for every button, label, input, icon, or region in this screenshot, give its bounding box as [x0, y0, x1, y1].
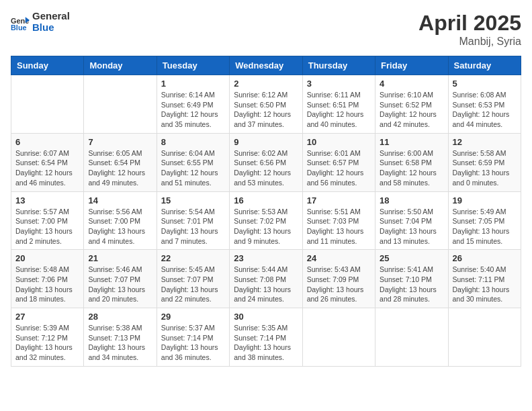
- calendar-cell: 8Sunrise: 6:04 AMSunset: 6:55 PMDaylight…: [157, 133, 229, 191]
- logo-general-text: General: [32, 11, 70, 22]
- calendar-cell: [11, 75, 84, 134]
- calendar-cell: 23Sunrise: 5:44 AMSunset: 7:08 PMDayligh…: [230, 250, 302, 308]
- logo-icon: General Blue: [11, 13, 30, 32]
- day-number: 19: [453, 195, 517, 205]
- logo-blue-text: Blue: [32, 22, 70, 34]
- page-subtitle: Manbij, Syria: [418, 36, 521, 48]
- calendar-cell: 21Sunrise: 5:46 AMSunset: 7:07 PMDayligh…: [84, 250, 157, 308]
- day-number: 20: [15, 253, 79, 263]
- day-number: 17: [307, 195, 371, 205]
- cell-content: Sunrise: 6:05 AMSunset: 6:54 PMDaylight:…: [88, 148, 152, 188]
- day-number: 15: [161, 195, 225, 205]
- day-header-monday: Monday: [84, 56, 157, 75]
- svg-text:Blue: Blue: [11, 23, 27, 31]
- calendar-cell: 22Sunrise: 5:45 AMSunset: 7:07 PMDayligh…: [157, 250, 229, 308]
- day-number: 28: [88, 312, 152, 322]
- cell-content: Sunrise: 6:02 AMSunset: 6:56 PMDaylight:…: [234, 148, 298, 188]
- logo: General Blue General Blue: [11, 11, 70, 33]
- page-header: General Blue General Blue April 2025 Man…: [11, 11, 521, 48]
- calendar-header-row: SundayMondayTuesdayWednesdayThursdayFrid…: [11, 56, 521, 75]
- cell-content: Sunrise: 6:14 AMSunset: 6:49 PMDaylight:…: [161, 90, 225, 130]
- cell-content: Sunrise: 5:35 AMSunset: 7:14 PMDaylight:…: [234, 323, 298, 363]
- cell-content: Sunrise: 6:04 AMSunset: 6:55 PMDaylight:…: [161, 148, 225, 188]
- calendar-cell: 20Sunrise: 5:48 AMSunset: 7:06 PMDayligh…: [11, 250, 84, 308]
- calendar-cell: 7Sunrise: 6:05 AMSunset: 6:54 PMDaylight…: [84, 133, 157, 191]
- day-number: 26: [453, 253, 517, 263]
- calendar-cell: 26Sunrise: 5:40 AMSunset: 7:11 PMDayligh…: [448, 250, 521, 308]
- calendar-cell: [302, 308, 375, 367]
- calendar-week-row: 6Sunrise: 6:07 AMSunset: 6:54 PMDaylight…: [11, 133, 521, 191]
- cell-content: Sunrise: 5:45 AMSunset: 7:07 PMDaylight:…: [161, 265, 225, 304]
- day-header-saturday: Saturday: [448, 56, 521, 75]
- day-number: 13: [15, 195, 79, 205]
- calendar-cell: 3Sunrise: 6:11 AMSunset: 6:51 PMDaylight…: [302, 75, 375, 134]
- cell-content: Sunrise: 6:12 AMSunset: 6:50 PMDaylight:…: [234, 90, 298, 130]
- calendar-cell: 16Sunrise: 5:53 AMSunset: 7:02 PMDayligh…: [230, 191, 302, 250]
- cell-content: Sunrise: 5:43 AMSunset: 7:09 PMDaylight:…: [307, 265, 371, 304]
- calendar-cell: 30Sunrise: 5:35 AMSunset: 7:14 PMDayligh…: [230, 308, 302, 367]
- day-number: 29: [161, 312, 225, 322]
- calendar-cell: 25Sunrise: 5:41 AMSunset: 7:10 PMDayligh…: [375, 250, 448, 308]
- calendar-cell: 11Sunrise: 6:00 AMSunset: 6:58 PMDayligh…: [375, 133, 448, 191]
- cell-content: Sunrise: 5:41 AMSunset: 7:10 PMDaylight:…: [380, 265, 443, 304]
- cell-content: Sunrise: 5:39 AMSunset: 7:12 PMDaylight:…: [15, 323, 79, 363]
- calendar-cell: 28Sunrise: 5:38 AMSunset: 7:13 PMDayligh…: [84, 308, 157, 367]
- day-header-wednesday: Wednesday: [230, 56, 302, 75]
- day-number: 12: [453, 137, 517, 147]
- calendar-cell: 27Sunrise: 5:39 AMSunset: 7:12 PMDayligh…: [11, 308, 84, 367]
- calendar-cell: 4Sunrise: 6:10 AMSunset: 6:52 PMDaylight…: [375, 75, 448, 134]
- cell-content: Sunrise: 6:08 AMSunset: 6:53 PMDaylight:…: [453, 90, 517, 130]
- calendar-cell: 5Sunrise: 6:08 AMSunset: 6:53 PMDaylight…: [448, 75, 521, 134]
- day-number: 30: [234, 312, 298, 322]
- day-header-friday: Friday: [375, 56, 448, 75]
- calendar-cell: 10Sunrise: 6:01 AMSunset: 6:57 PMDayligh…: [302, 133, 375, 191]
- cell-content: Sunrise: 5:48 AMSunset: 7:06 PMDaylight:…: [15, 265, 79, 304]
- calendar-week-row: 27Sunrise: 5:39 AMSunset: 7:12 PMDayligh…: [11, 308, 521, 367]
- day-number: 8: [161, 137, 225, 147]
- title-block: April 2025 Manbij, Syria: [418, 11, 521, 48]
- cell-content: Sunrise: 5:54 AMSunset: 7:01 PMDaylight:…: [161, 207, 225, 246]
- day-number: 22: [161, 253, 225, 263]
- day-number: 23: [234, 253, 298, 263]
- day-number: 21: [88, 253, 152, 263]
- calendar-cell: 14Sunrise: 5:56 AMSunset: 7:00 PMDayligh…: [84, 191, 157, 250]
- cell-content: Sunrise: 5:46 AMSunset: 7:07 PMDaylight:…: [88, 265, 152, 304]
- day-number: 1: [161, 79, 225, 89]
- cell-content: Sunrise: 5:56 AMSunset: 7:00 PMDaylight:…: [88, 207, 152, 246]
- day-header-tuesday: Tuesday: [157, 56, 229, 75]
- day-number: 24: [307, 253, 371, 263]
- day-number: 16: [234, 195, 298, 205]
- calendar-cell: [84, 75, 157, 134]
- calendar-cell: 12Sunrise: 5:58 AMSunset: 6:59 PMDayligh…: [448, 133, 521, 191]
- day-number: 9: [234, 137, 298, 147]
- day-number: 18: [380, 195, 443, 205]
- day-header-sunday: Sunday: [11, 56, 84, 75]
- cell-content: Sunrise: 5:50 AMSunset: 7:04 PMDaylight:…: [380, 207, 443, 246]
- day-number: 5: [453, 79, 517, 89]
- cell-content: Sunrise: 5:51 AMSunset: 7:03 PMDaylight:…: [307, 207, 371, 246]
- cell-content: Sunrise: 5:38 AMSunset: 7:13 PMDaylight:…: [88, 323, 152, 363]
- cell-content: Sunrise: 5:58 AMSunset: 6:59 PMDaylight:…: [453, 148, 517, 188]
- calendar-cell: [448, 308, 521, 367]
- page-title: April 2025: [418, 11, 521, 36]
- cell-content: Sunrise: 6:10 AMSunset: 6:52 PMDaylight:…: [380, 90, 443, 130]
- cell-content: Sunrise: 5:44 AMSunset: 7:08 PMDaylight:…: [234, 265, 298, 304]
- calendar-cell: 29Sunrise: 5:37 AMSunset: 7:14 PMDayligh…: [157, 308, 229, 367]
- cell-content: Sunrise: 5:57 AMSunset: 7:00 PMDaylight:…: [15, 207, 79, 246]
- calendar-table: SundayMondayTuesdayWednesdayThursdayFrid…: [11, 56, 521, 367]
- cell-content: Sunrise: 5:49 AMSunset: 7:05 PMDaylight:…: [453, 207, 517, 246]
- cell-content: Sunrise: 6:07 AMSunset: 6:54 PMDaylight:…: [15, 148, 79, 188]
- calendar-cell: 9Sunrise: 6:02 AMSunset: 6:56 PMDaylight…: [230, 133, 302, 191]
- cell-content: Sunrise: 6:00 AMSunset: 6:58 PMDaylight:…: [380, 148, 443, 188]
- calendar-cell: 19Sunrise: 5:49 AMSunset: 7:05 PMDayligh…: [448, 191, 521, 250]
- calendar-cell: 13Sunrise: 5:57 AMSunset: 7:00 PMDayligh…: [11, 191, 84, 250]
- day-number: 4: [380, 79, 443, 89]
- calendar-cell: 2Sunrise: 6:12 AMSunset: 6:50 PMDaylight…: [230, 75, 302, 134]
- calendar-cell: 1Sunrise: 6:14 AMSunset: 6:49 PMDaylight…: [157, 75, 229, 134]
- calendar-week-row: 20Sunrise: 5:48 AMSunset: 7:06 PMDayligh…: [11, 250, 521, 308]
- cell-content: Sunrise: 5:40 AMSunset: 7:11 PMDaylight:…: [453, 265, 517, 304]
- calendar-week-row: 13Sunrise: 5:57 AMSunset: 7:00 PMDayligh…: [11, 191, 521, 250]
- calendar-cell: 24Sunrise: 5:43 AMSunset: 7:09 PMDayligh…: [302, 250, 375, 308]
- day-number: 14: [88, 195, 152, 205]
- cell-content: Sunrise: 6:11 AMSunset: 6:51 PMDaylight:…: [307, 90, 371, 130]
